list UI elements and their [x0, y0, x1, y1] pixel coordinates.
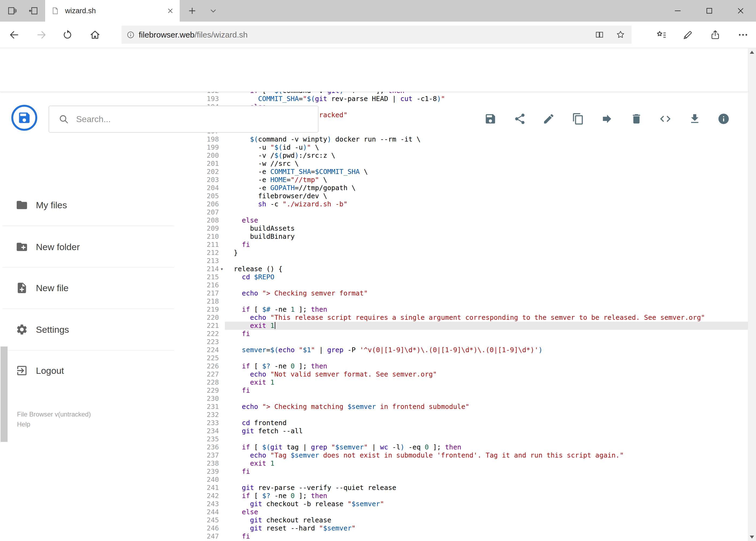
sidebar-item-new-folder[interactable]: New folder — [0, 235, 195, 259]
scrollbar-thumb[interactable] — [1, 346, 8, 442]
code-line[interactable]: 208 else — [195, 216, 748, 225]
code-line[interactable]: 221 exit 1 — [195, 322, 748, 330]
code-line[interactable]: 228 exit 1 — [195, 378, 748, 386]
code-editor[interactable]: 192 if [ "$(command -v git)" != "" ]; th… — [195, 92, 748, 541]
code-line[interactable]: 224 semver=$(echo "$1" | grep -P '^v(0|[… — [195, 346, 748, 354]
refresh-icon[interactable] — [62, 29, 74, 41]
code-line[interactable]: 235 — [195, 435, 748, 443]
code-line[interactable]: 223 — [195, 338, 748, 346]
line-number: 237 — [195, 451, 219, 459]
window-close-button[interactable] — [725, 0, 756, 22]
code-line[interactable]: 220 echo "This release script requires a… — [195, 313, 748, 322]
code-line[interactable]: 218 — [195, 297, 748, 305]
code-line[interactable]: 214▾release () { — [195, 265, 748, 273]
code-line[interactable]: 205 filebrowser/dev \ — [195, 192, 748, 200]
new-tab-button[interactable] — [184, 0, 200, 22]
address-bar[interactable]: filebrowser.web/files/wizard.sh — [122, 26, 631, 44]
code-line[interactable]: 200 -v /$(pwd):/src:z \ — [195, 152, 748, 160]
code-line[interactable]: 233 cd frontend — [195, 419, 748, 427]
set-tabs-aside-icon[interactable] — [25, 0, 41, 22]
share-file-button[interactable] — [513, 112, 527, 126]
code-line[interactable]: 227 echo "Not valid semver format. See s… — [195, 370, 748, 378]
code-line[interactable]: 241 git rev-parse --verify --quiet relea… — [195, 484, 748, 492]
save-button[interactable] — [483, 112, 497, 126]
forward-icon[interactable] — [36, 29, 48, 41]
code-line[interactable]: 236 if [ $(git tag | grep "$semver" | wc… — [195, 443, 748, 451]
code-line[interactable]: 207 — [195, 208, 748, 216]
code-line[interactable]: 239 fi — [195, 467, 748, 476]
search-input[interactable]: Search... — [49, 106, 319, 133]
code-line[interactable]: 211 fi — [195, 241, 748, 249]
code-line[interactable]: 244 else — [195, 508, 748, 516]
home-icon[interactable] — [89, 29, 101, 41]
download-button[interactable] — [688, 112, 702, 126]
code-line[interactable]: 198 $(command -v winpty) docker run --rm… — [195, 135, 748, 144]
sidebar-item-settings[interactable]: Settings — [0, 317, 195, 342]
code-line[interactable]: 201 -w //src \ — [195, 160, 748, 168]
code-line[interactable]: 203 -e HOME="//tmp" \ — [195, 176, 748, 184]
sidebar-item-logout[interactable]: Logout — [0, 358, 195, 383]
code-line[interactable]: 230 — [195, 395, 748, 403]
code-line[interactable]: 217 echo "> Checking semver format" — [195, 289, 748, 297]
code-line[interactable]: 237 echo "Tag $semver does not exist in … — [195, 451, 748, 459]
code-line[interactable]: 209 buildAssets — [195, 225, 748, 233]
scroll-down-arrow-icon[interactable] — [748, 533, 756, 541]
code-line[interactable]: 226 if [ $? -ne 0 ]; then — [195, 362, 748, 370]
share-icon[interactable] — [709, 29, 722, 41]
code-line[interactable]: 215 cd $REPO — [195, 273, 748, 281]
code-line[interactable]: 212} — [195, 249, 748, 257]
hub-favorites-icon[interactable] — [655, 29, 668, 41]
code-line[interactable]: 225 — [195, 354, 748, 362]
code-line[interactable]: 219 if [ $# -ne 1 ]; then — [195, 305, 748, 313]
filebrowser-logo[interactable] — [11, 105, 37, 131]
browser-tab[interactable]: wizard.sh — [45, 0, 180, 22]
code-line[interactable]: 192 if [ "$(command -v git)" != "" ]; th… — [195, 92, 748, 95]
code-line[interactable]: 246 git reset --hard "$semver" — [195, 524, 748, 532]
page-scrollbar[interactable] — [748, 48, 756, 541]
help-link[interactable]: Help — [17, 419, 91, 429]
page-info-icon[interactable] — [126, 31, 135, 39]
code-line[interactable]: 222 fi — [195, 330, 748, 338]
favorite-star-icon[interactable] — [616, 30, 627, 40]
code-line[interactable]: 229 fi — [195, 386, 748, 395]
code-line[interactable]: 202 -e COMMIT_SHA=$COMMIT_SHA \ — [195, 168, 748, 176]
reading-view-icon[interactable] — [595, 30, 606, 40]
edit-button[interactable] — [542, 112, 556, 126]
tab-close-icon[interactable] — [167, 7, 174, 14]
scroll-up-arrow-icon[interactable] — [748, 48, 756, 56]
code-line[interactable]: 193 COMMIT_SHA="$(git rev-parse HEAD | c… — [195, 95, 748, 103]
window-minimize-button[interactable] — [662, 0, 693, 22]
move-button[interactable] — [600, 112, 614, 126]
back-icon[interactable] — [8, 29, 20, 41]
code-line[interactable]: 213 — [195, 257, 748, 265]
code-line[interactable]: 232 — [195, 411, 748, 419]
tab-preview-chevron-icon[interactable] — [205, 0, 221, 22]
info-button[interactable] — [717, 112, 731, 126]
copy-button[interactable] — [571, 112, 585, 126]
window-maximize-button[interactable] — [693, 0, 725, 22]
code-line[interactable]: 242 if [ $? -ne 0 ]; then — [195, 492, 748, 500]
code-line[interactable]: 245 git checkout release — [195, 516, 748, 524]
code-line[interactable]: 206 sh -c "./wizard.sh -b" — [195, 200, 748, 208]
line-number: 211 — [195, 241, 219, 249]
code-text: COMMIT_SHA="$(git rev-parse HEAD | cut -… — [225, 95, 748, 103]
code-line[interactable]: 210 buildBinary — [195, 233, 748, 241]
code-line[interactable]: 199 -u "$(id -u)" \ — [195, 144, 748, 152]
code-line[interactable]: 231 echo "> Checking matching $semver in… — [195, 403, 748, 411]
fold-arrow-icon[interactable]: ▾ — [219, 265, 225, 273]
tabs-set-aside-list-icon[interactable] — [4, 0, 21, 22]
code-text — [225, 354, 748, 362]
web-note-pen-icon[interactable] — [681, 29, 694, 41]
code-line[interactable]: 240 — [195, 476, 748, 484]
code-line[interactable]: 238 exit 1 — [195, 459, 748, 467]
code-line[interactable]: 234 git fetch --all — [195, 427, 748, 435]
code-line[interactable]: 243 git checkout -b release "$semver" — [195, 500, 748, 508]
raw-code-button[interactable] — [658, 112, 672, 126]
delete-button[interactable] — [630, 112, 643, 126]
code-line[interactable]: 247 fi — [195, 532, 748, 540]
code-line[interactable]: 204 -e GOPATH=//tmp/gopath \ — [195, 184, 748, 192]
sidebar-item-my-files[interactable]: My files — [0, 193, 195, 217]
code-line[interactable]: 216 — [195, 281, 748, 289]
sidebar-item-new-file[interactable]: New file — [0, 276, 195, 300]
more-options-icon[interactable] — [737, 29, 750, 41]
